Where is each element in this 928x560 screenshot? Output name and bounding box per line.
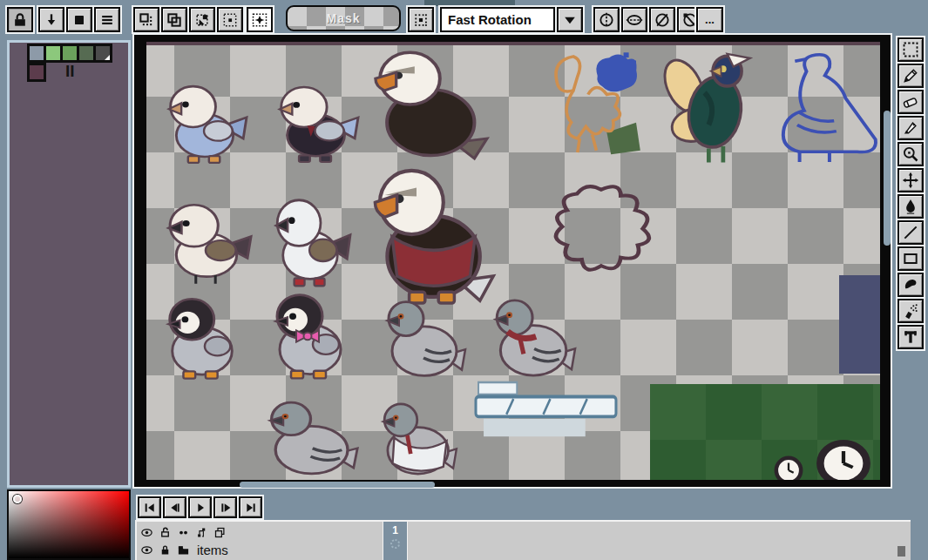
first-icon — [143, 501, 157, 515]
sprite-eagle-red-coat[interactable] — [368, 168, 490, 309]
palette-swatch[interactable] — [46, 46, 60, 60]
sprite-sketch-goose-blue[interactable] — [765, 49, 880, 167]
palette-swatch[interactable] — [63, 46, 77, 60]
sprite-clock-large[interactable] — [816, 439, 871, 480]
play-button[interactable] — [188, 496, 212, 518]
flip-vertical-button[interactable] — [593, 7, 620, 32]
layer-row[interactable]: items — [140, 541, 383, 558]
palette-panel: II — [7, 40, 131, 488]
rotate-ccw-button[interactable] — [649, 7, 675, 32]
sprite-peacock[interactable] — [655, 45, 758, 169]
lock-closed-icon[interactable] — [159, 543, 172, 557]
sprite-longtail-tit-shoes[interactable] — [270, 194, 350, 292]
marquee-select-tool[interactable] — [898, 37, 924, 62]
palette-swatch[interactable] — [79, 46, 93, 60]
mask-bar[interactable]: Mask — [286, 5, 401, 31]
line-tool[interactable] — [898, 220, 924, 245]
sprite-clock-small[interactable] — [774, 455, 803, 480]
sprite-budgie[interactable] — [163, 81, 247, 168]
mask-star-icon — [251, 11, 268, 29]
last-frame-button[interactable] — [239, 496, 262, 518]
color-gradient-picker[interactable] — [7, 489, 131, 560]
next-frame-button[interactable] — [213, 496, 237, 518]
next-icon — [219, 501, 233, 515]
file-group — [37, 5, 122, 34]
spray-tool[interactable] — [898, 299, 924, 323]
rotation-dropdown-group: Fast Rotation — [438, 5, 585, 34]
sprite-penguin-chick-bow[interactable] — [267, 288, 354, 383]
tool-palette — [896, 36, 925, 351]
lock-open-icon[interactable] — [159, 526, 172, 539]
lock-icon — [11, 11, 29, 29]
eraser-tool[interactable] — [898, 90, 924, 114]
prev-frame-button[interactable] — [163, 496, 186, 518]
rotation-value: Fast Rotation — [448, 12, 532, 27]
sprite-pigeon[interactable] — [376, 290, 464, 388]
brush-tool[interactable] — [898, 273, 924, 297]
pen-tool[interactable] — [898, 116, 924, 140]
sprite-sketch-maroon[interactable] — [540, 179, 662, 282]
eye-icon[interactable] — [140, 543, 153, 557]
select-rect-button[interactable] — [133, 7, 159, 32]
sprite-pigeon-coat[interactable] — [373, 393, 455, 480]
palette-swatch[interactable] — [96, 46, 110, 60]
down-arrow-icon — [43, 11, 60, 29]
pencil-tool[interactable] — [898, 64, 924, 88]
marquee-icon — [902, 41, 919, 58]
animation-panel: items 1 — [135, 520, 911, 560]
sprite-budgie-suit[interactable] — [274, 82, 358, 167]
rotate-ccw-icon — [654, 11, 671, 29]
lock-group — [5, 5, 35, 34]
lock-button[interactable] — [7, 7, 33, 32]
gradient-marker[interactable] — [13, 495, 22, 503]
chevron-down-icon — [561, 11, 579, 29]
onion-skin-icon[interactable] — [177, 526, 190, 539]
sprite-pigeon-scarf[interactable] — [484, 288, 573, 388]
first-frame-button[interactable] — [138, 496, 161, 518]
reorder-icon[interactable] — [195, 526, 208, 539]
text-tool[interactable] — [898, 325, 924, 349]
canvas[interactable] — [146, 42, 880, 480]
select-move-button[interactable] — [161, 7, 187, 32]
sprite-penguin-chick[interactable] — [159, 293, 245, 383]
mask-preview-button[interactable] — [247, 7, 273, 32]
zoom-tool[interactable] — [898, 142, 924, 166]
palette-swatch[interactable] — [30, 65, 44, 79]
fill-tool[interactable] — [898, 194, 924, 219]
eraser-icon — [902, 93, 919, 111]
select-dots-button[interactable] — [217, 7, 243, 32]
grid-group — [406, 5, 436, 34]
track-resize-handle[interactable] — [898, 546, 905, 557]
flip-horizontal-button[interactable] — [621, 7, 647, 32]
horizontal-scrollbar[interactable] — [240, 482, 435, 488]
select-move-icon — [166, 11, 183, 29]
sprite-navy-banner[interactable] — [839, 275, 880, 374]
duplicate-icon[interactable] — [213, 526, 227, 539]
down-arrow-button[interactable] — [38, 7, 64, 32]
folder-icon[interactable] — [177, 543, 190, 557]
more-label: ... — [705, 13, 715, 26]
filled-square-button[interactable] — [66, 7, 92, 32]
rotation-dropdown[interactable]: Fast Rotation — [440, 7, 555, 32]
select-paste-button[interactable] — [189, 7, 215, 32]
flip-vertical-icon — [598, 11, 615, 29]
more-button[interactable]: ... — [696, 7, 723, 32]
sprite-paint-blob-blue[interactable] — [591, 52, 641, 96]
text-icon — [902, 328, 919, 346]
zoom-icon — [902, 145, 919, 163]
rectangle-tool[interactable] — [898, 246, 924, 271]
palette-swatch[interactable] — [30, 46, 44, 60]
rotation-dropdown-arrow-button[interactable] — [557, 7, 583, 32]
sprite-display-shelf[interactable] — [475, 382, 620, 440]
frame-track[interactable] — [408, 522, 911, 560]
sprite-longtail-tit[interactable] — [162, 199, 251, 288]
sprite-pigeon-2[interactable] — [258, 391, 356, 480]
move-tool[interactable] — [898, 168, 924, 192]
sprite-bald-eagle[interactable] — [369, 51, 484, 165]
layer-name: items — [197, 543, 228, 557]
frame-column[interactable]: 1 — [383, 522, 407, 560]
eye-icon[interactable] — [140, 526, 153, 539]
vertical-scrollbar[interactable] — [884, 111, 891, 246]
menu-button[interactable] — [94, 7, 120, 32]
grid-button[interactable] — [408, 7, 434, 32]
